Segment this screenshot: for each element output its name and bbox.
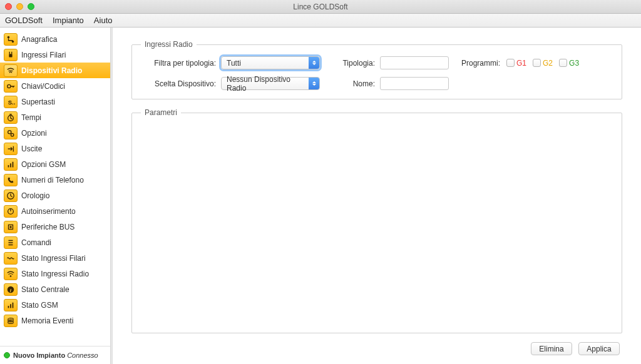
status-text: Nuovo Impianto Connesso xyxy=(13,351,98,359)
nome-label: Nome: xyxy=(331,79,375,88)
sidebar: Anagrafica Ingressi Filari Dispositivi R… xyxy=(0,28,111,364)
sidebar-item-stato-ingressi-radio[interactable]: Stato Ingressi Radio xyxy=(0,266,110,281)
window-title: Lince GOLDSoft xyxy=(293,3,347,11)
sidebar-item-label: Numeri di Telefono xyxy=(21,176,84,185)
menu-impianto[interactable]: Impianto xyxy=(53,16,84,25)
filter-tipologia-label: Filtra per tipologia: xyxy=(141,59,216,68)
sidebar-item-label: Tempi xyxy=(21,113,41,122)
sidebar-item-opzioni[interactable]: Opzioni xyxy=(0,125,110,141)
sidebar-item-ingressi-filari[interactable]: Ingressi Filari xyxy=(0,47,110,63)
sidebar-item-supertasti[interactable]: S.. Supertasti xyxy=(0,94,110,109)
sidebar-item-autoinserimento[interactable]: Autoinserimento xyxy=(0,203,110,219)
sidebar-item-label: Periferiche BUS xyxy=(21,223,74,231)
sidebar-item-stato-gsm[interactable]: Stato GSM xyxy=(0,297,110,313)
main-panel: Ingressi Radio Filtra per tipologia: Tut… xyxy=(113,28,641,364)
sidebar-item-uscite[interactable]: Uscite xyxy=(0,141,110,156)
sidebar-item-stato-ingressi-filari[interactable]: Stato Ingressi Filari xyxy=(0,250,110,266)
sidebar-item-chiavi-codici[interactable]: Chiavi/Codici xyxy=(0,78,110,94)
sidebar-item-label: Stato Centrale xyxy=(21,285,69,294)
sidebar-item-label: Stato Ingressi Filari xyxy=(21,254,86,263)
clock-icon xyxy=(4,190,18,202)
phone-icon xyxy=(4,174,18,186)
stack-icon xyxy=(4,315,18,327)
g1-label: G1 xyxy=(516,59,526,68)
sidebar-item-label: Supertasti xyxy=(21,98,55,106)
info-icon: i xyxy=(4,283,18,296)
svg-point-11 xyxy=(9,226,12,228)
sidebar-item-anagrafica[interactable]: Anagrafica xyxy=(0,31,110,47)
arrow-out-icon xyxy=(4,143,18,155)
sidebar-item-tempi[interactable]: Tempi xyxy=(0,109,110,125)
nome-input[interactable] xyxy=(380,77,449,90)
sidebar-list: Anagrafica Ingressi Filari Dispositivi R… xyxy=(0,28,110,346)
stopwatch-icon xyxy=(4,111,18,124)
power-icon xyxy=(4,205,18,218)
s-icon: S.. xyxy=(4,96,18,108)
close-window-button[interactable] xyxy=(5,3,12,10)
sidebar-item-opzioni-gsm[interactable]: Opzioni GSM xyxy=(0,156,110,172)
checkbox-g1[interactable] xyxy=(506,59,515,67)
programmi-label: Programmi: xyxy=(461,59,500,68)
svg-rect-2 xyxy=(9,54,12,57)
wave-plug-icon xyxy=(4,252,18,265)
tipologia-label: Tipologia: xyxy=(331,59,375,68)
parametri-legend: Parametri xyxy=(141,108,181,117)
sidebar-item-stato-centrale[interactable]: i Stato Centrale xyxy=(0,281,110,297)
sidebar-item-dispositivi-radio[interactable]: Dispositivi Radio xyxy=(0,63,110,78)
filter-tipologia-select[interactable]: Tutti xyxy=(221,56,320,69)
menu-bar: GOLDSoft Impianto Aiuto xyxy=(0,14,641,28)
status-dot-connected xyxy=(4,352,10,358)
sidebar-item-numeri-telefono[interactable]: Numeri di Telefono xyxy=(0,172,110,188)
sidebar-item-comandi[interactable]: Comandi xyxy=(0,235,110,250)
svg-point-0 xyxy=(8,36,10,38)
wave-antenna-icon xyxy=(4,299,18,311)
window-titlebar: Lince GOLDSoft xyxy=(0,0,641,14)
route-icon xyxy=(4,33,18,46)
sidebar-item-memoria-eventi[interactable]: Memoria Eventi xyxy=(0,313,110,328)
svg-point-7 xyxy=(11,133,13,136)
plug-icon xyxy=(4,49,18,61)
wifi-icon xyxy=(4,64,18,77)
filter-tipologia-value: Tutti xyxy=(227,59,241,68)
parametri-group: Parametri xyxy=(131,108,622,333)
checkbox-g3[interactable] xyxy=(559,59,567,67)
menu-goldsoft[interactable]: GOLDSoft xyxy=(5,16,43,25)
sidebar-item-label: Stato Ingressi Radio xyxy=(21,270,89,278)
sidebar-item-label: Uscite xyxy=(21,144,42,153)
g2-label: G2 xyxy=(543,59,553,68)
tipologia-input[interactable] xyxy=(380,56,449,69)
sidebar-item-label: Memoria Eventi xyxy=(21,316,73,325)
sidebar-item-orologio[interactable]: Orologio xyxy=(0,188,110,203)
window-controls xyxy=(0,3,34,10)
scelta-dispositivo-select[interactable]: Nessun Dispositivo Radio xyxy=(221,77,320,90)
checkbox-g2[interactable] xyxy=(533,59,541,67)
scelta-dispositivo-label: Scelta Dispositivo: xyxy=(141,79,216,88)
key-icon xyxy=(4,80,18,93)
minimize-window-button[interactable] xyxy=(16,3,23,10)
chip-icon xyxy=(4,221,18,233)
sidebar-item-label: Opzioni xyxy=(21,129,47,138)
antenna-icon xyxy=(4,158,18,171)
sidebar-item-label: Orologio xyxy=(21,191,49,200)
sidebar-item-label: Opzioni GSM xyxy=(21,160,66,169)
button-bar: Elimina Applica xyxy=(131,342,622,355)
sidebar-item-label: Dispositivi Radio xyxy=(21,66,82,75)
sidebar-item-label: Comandi xyxy=(21,238,51,247)
sidebar-item-label: Autoinserimento xyxy=(21,207,76,216)
chevron-updown-icon xyxy=(309,57,319,69)
zoom-window-button[interactable] xyxy=(28,3,34,10)
wave-wifi-icon xyxy=(4,268,18,280)
elimina-button[interactable]: Elimina xyxy=(531,342,572,355)
sidebar-item-periferiche-bus[interactable]: Periferiche BUS xyxy=(0,219,110,235)
g3-label: G3 xyxy=(569,59,579,68)
menu-aiuto[interactable]: Aiuto xyxy=(94,16,113,25)
sidebar-item-label: Ingressi Filari xyxy=(21,51,66,59)
sidebar-status: Nuovo Impianto Connesso xyxy=(0,346,110,364)
svg-point-3 xyxy=(8,84,11,88)
svg-point-6 xyxy=(8,130,11,133)
chevron-updown-icon xyxy=(309,78,319,89)
status-state: Connesso xyxy=(67,351,98,359)
applica-button[interactable]: Applica xyxy=(578,342,620,355)
gears-icon xyxy=(4,127,18,139)
svg-point-12 xyxy=(10,275,12,277)
